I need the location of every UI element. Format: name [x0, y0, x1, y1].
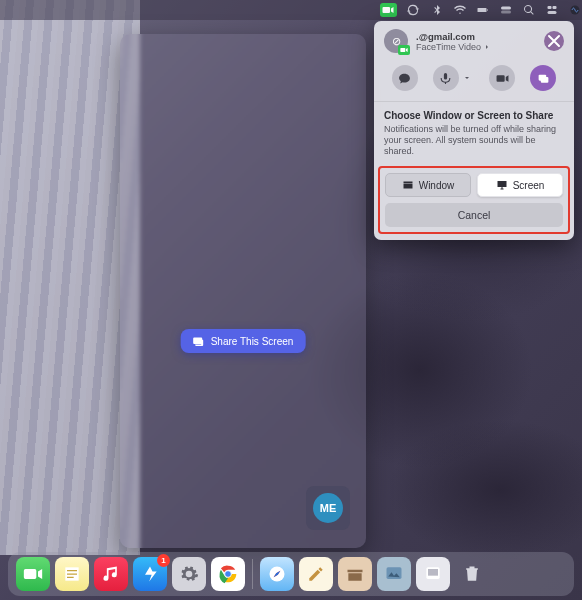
- screenshot-icon: [423, 564, 443, 584]
- video-icon: [496, 72, 509, 85]
- screen-share-hud: Share This Screen ME: [120, 34, 366, 548]
- menubar-battery-icon[interactable]: [476, 3, 489, 17]
- self-view-tile[interactable]: ME: [306, 486, 350, 530]
- menubar-siri-icon[interactable]: [569, 3, 582, 17]
- share-this-screen-label: Share This Screen: [211, 336, 294, 347]
- dock-chrome[interactable]: [211, 557, 245, 591]
- trash-icon: [462, 564, 482, 584]
- facetime-badge-icon: [398, 45, 410, 55]
- menubar-search-icon[interactable]: [523, 3, 536, 17]
- dock-screenshot[interactable]: [416, 557, 450, 591]
- cancel-button[interactable]: Cancel: [385, 203, 563, 227]
- dock-notes[interactable]: [55, 557, 89, 591]
- notes-icon: [62, 564, 82, 584]
- share-options-highlighted: Window Screen Cancel: [378, 166, 570, 234]
- dock-textedit[interactable]: [299, 557, 333, 591]
- compass-icon: [267, 564, 287, 584]
- dock-separator: [252, 559, 253, 589]
- menubar-control-center-icon[interactable]: [546, 3, 559, 17]
- music-icon: [101, 564, 121, 584]
- dock-archive[interactable]: [338, 557, 372, 591]
- svg-rect-4: [548, 11, 557, 14]
- dock-facetime[interactable]: [16, 557, 50, 591]
- call-type-label: FaceTime Video: [416, 42, 481, 52]
- window-icon: [402, 179, 414, 191]
- popover-header: ⊘ .@gmail.com FaceTime Video: [374, 21, 574, 61]
- facetime-popover: ⊘ .@gmail.com FaceTime Video: [374, 21, 574, 240]
- svg-rect-1: [501, 11, 511, 14]
- call-controls: [374, 61, 574, 101]
- share-window-label: Window: [419, 180, 455, 191]
- svg-rect-7: [541, 76, 549, 82]
- close-icon: [544, 31, 564, 51]
- cancel-label: Cancel: [458, 209, 491, 221]
- share-screen-label: Screen: [513, 180, 545, 191]
- self-avatar-initials: ME: [313, 493, 343, 523]
- dock: 1: [8, 552, 574, 596]
- camera-button[interactable]: [489, 65, 515, 91]
- dock-wallpaper[interactable]: [377, 557, 411, 591]
- landscape-icon: [384, 564, 404, 584]
- popover-body: Choose Window or Screen to Share Notific…: [374, 102, 574, 160]
- svg-rect-3: [553, 6, 557, 9]
- share-screen-button[interactable]: Screen: [477, 173, 563, 197]
- screenshare-icon: [193, 335, 205, 347]
- menubar-toggle-icon[interactable]: [499, 3, 512, 17]
- dock-appstore[interactable]: 1: [133, 557, 167, 591]
- messages-button[interactable]: [392, 65, 418, 91]
- menubar-bluetooth-icon[interactable]: [430, 3, 443, 17]
- svg-rect-0: [501, 7, 511, 10]
- box-icon: [345, 564, 365, 584]
- caller-avatar: ⊘: [384, 29, 408, 53]
- mute-button[interactable]: [433, 65, 459, 91]
- screen-icon: [496, 179, 508, 191]
- dock-safari[interactable]: [260, 557, 294, 591]
- call-type-button[interactable]: FaceTime Video: [416, 42, 536, 52]
- chevron-down-icon: [463, 74, 471, 82]
- share-description: Notifications will be turned off while s…: [384, 124, 564, 156]
- menubar-wifi-icon[interactable]: [453, 3, 466, 17]
- chevron-right-icon: [483, 43, 491, 51]
- pencil-icon: [306, 564, 326, 584]
- caller-email-label: .@gmail.com: [416, 31, 536, 42]
- share-window-button[interactable]: Window: [385, 173, 471, 197]
- gear-icon: [179, 564, 199, 584]
- svg-rect-14: [428, 569, 438, 576]
- wallpaper-detail: [0, 0, 140, 555]
- dock-trash[interactable]: [455, 557, 489, 591]
- menubar: [0, 0, 582, 20]
- facetime-icon: [23, 564, 43, 584]
- dock-settings[interactable]: [172, 557, 206, 591]
- svg-rect-2: [548, 6, 552, 9]
- screenshare-icon: [537, 72, 550, 85]
- dock-music[interactable]: [94, 557, 128, 591]
- mic-options-button[interactable]: [460, 65, 474, 91]
- appstore-badge: 1: [157, 554, 170, 567]
- close-button[interactable]: [544, 31, 564, 51]
- appstore-icon: [140, 564, 160, 584]
- share-this-screen-button[interactable]: Share This Screen: [181, 329, 306, 353]
- menubar-facetime-icon[interactable]: [380, 3, 397, 17]
- menubar-sync-icon[interactable]: [407, 3, 420, 17]
- share-heading: Choose Window or Screen to Share: [384, 110, 564, 121]
- chrome-icon: [218, 564, 238, 584]
- speech-bubble-icon: [398, 72, 411, 85]
- microphone-icon: [439, 72, 452, 85]
- screen-share-button[interactable]: [530, 65, 556, 91]
